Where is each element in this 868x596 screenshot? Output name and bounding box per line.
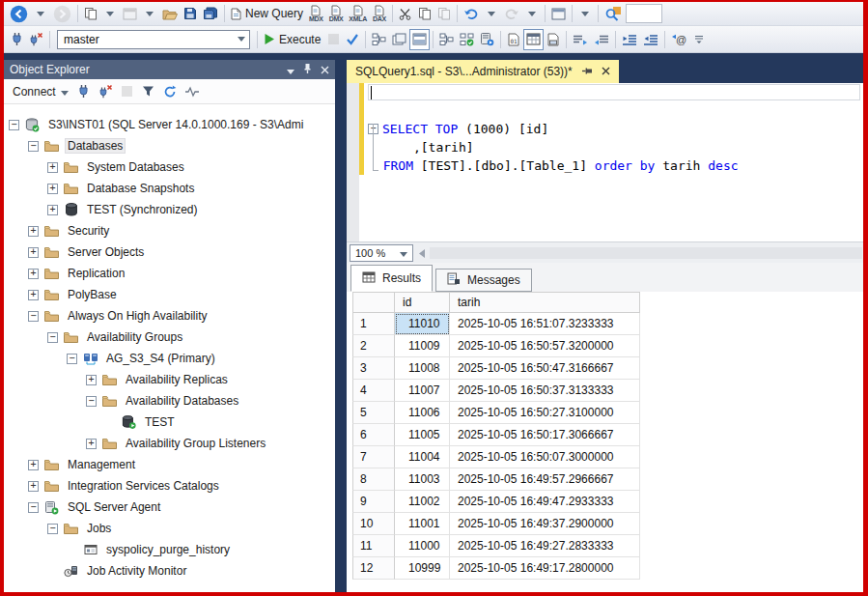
document-tab[interactable]: SQLQuery1.sql - S3\...Administrator (53)… <box>347 60 619 83</box>
tree-item[interactable]: +Management <box>4 454 335 475</box>
object-explorer-titlebar[interactable]: Object Explorer <box>4 60 335 79</box>
id-cell[interactable]: 10999 <box>395 557 450 580</box>
intellisense-button[interactable] <box>409 29 430 50</box>
grid-column-header-tarih[interactable]: tarih <box>450 292 640 313</box>
paste-button[interactable] <box>434 3 454 24</box>
tree-item[interactable]: +PolyBase <box>4 284 335 305</box>
collapse-icon[interactable]: − <box>28 141 39 152</box>
row-number-cell[interactable]: 11 <box>352 535 395 557</box>
tree-item[interactable]: −SQL Server Agent <box>4 497 335 518</box>
tree-item[interactable]: −Availability Groups <box>4 326 335 348</box>
display-estimated-plan-button[interactable] <box>369 29 389 50</box>
row-number-cell[interactable]: 3 <box>352 357 395 380</box>
new-dmx-query-button[interactable]: DMX <box>326 3 347 24</box>
row-number-cell[interactable]: 7 <box>352 446 395 468</box>
tab-pin-icon[interactable] <box>581 65 593 78</box>
expand-icon[interactable]: + <box>86 375 97 385</box>
scroll-left-icon[interactable] <box>418 244 425 262</box>
tree-item[interactable]: −AG_S3_S4 (Primary) <box>4 348 335 369</box>
redo-dropdown[interactable] <box>522 3 542 24</box>
template-parameters-button[interactable]: @ <box>668 29 689 50</box>
id-cell[interactable]: 11010 <box>395 313 450 335</box>
new-query-button[interactable]: New Query <box>228 3 306 24</box>
expand-icon[interactable]: + <box>28 290 39 300</box>
expand-icon[interactable]: + <box>28 247 39 258</box>
id-cell[interactable]: 11004 <box>395 446 450 468</box>
save-button[interactable] <box>181 3 200 24</box>
row-number-cell[interactable]: 1 <box>352 313 395 335</box>
tree-item[interactable]: −Availability Databases <box>4 390 335 412</box>
tree-item[interactable]: +Replication <box>4 263 335 284</box>
nav-back-button[interactable] <box>7 3 31 24</box>
include-actual-plan-button[interactable] <box>436 29 457 50</box>
new-dax-query-button[interactable]: DAX <box>370 3 389 24</box>
id-cell[interactable]: 11007 <box>395 380 450 402</box>
row-number-cell[interactable]: 5 <box>352 402 395 424</box>
tree-item[interactable]: TEST <box>4 412 335 433</box>
undo-button[interactable] <box>461 3 482 24</box>
connect-button[interactable] <box>7 29 26 50</box>
execute-button[interactable]: Execute <box>261 29 323 50</box>
sql-editor[interactable]: −SELECT TOP (1000) [id] ,[tarih] FROM [T… <box>347 83 863 241</box>
tarih-cell[interactable]: 2025-10-05 16:49:47.2933333 <box>450 491 640 513</box>
collapse-icon[interactable]: − <box>47 524 58 534</box>
row-number-cell[interactable]: 6 <box>352 424 395 446</box>
collapse-icon[interactable]: − <box>67 354 77 364</box>
tarih-cell[interactable]: 2025-10-05 16:49:17.2800000 <box>450 557 640 580</box>
redo-button[interactable] <box>501 3 522 24</box>
results-tab-messages[interactable]: Messages <box>435 269 532 292</box>
row-number-cell[interactable]: 9 <box>352 491 395 513</box>
tree-item[interactable]: −Databases <box>4 135 335 156</box>
row-number-cell[interactable]: 8 <box>352 468 395 491</box>
panel-splitter[interactable] <box>335 60 347 592</box>
toolbar-overflow-dropdown[interactable] <box>689 29 709 50</box>
new-xmla-query-button[interactable]: XMLA <box>346 3 370 24</box>
tree-item[interactable]: +Server Objects <box>4 241 335 263</box>
new-file-dropdown[interactable] <box>100 3 120 24</box>
tree-item[interactable]: Job Activity Monitor <box>4 560 335 582</box>
collapse-icon[interactable]: − <box>28 311 39 322</box>
tarih-cell[interactable]: 2025-10-05 16:49:27.2833333 <box>450 535 640 557</box>
results-to-text-button[interactable]: 01 <box>504 29 523 50</box>
uncomment-button[interactable] <box>591 29 612 50</box>
decrease-indent-button[interactable] <box>619 29 640 50</box>
expand-icon[interactable]: + <box>47 162 58 173</box>
new-file-button[interactable] <box>81 3 100 24</box>
results-to-grid-button[interactable] <box>523 29 544 50</box>
id-cell[interactable]: 11000 <box>395 535 450 557</box>
copy-button[interactable] <box>415 3 434 24</box>
tarih-cell[interactable]: 2025-10-05 16:50:57.3200000 <box>450 335 640 357</box>
grid-column-header-id[interactable]: id <box>395 292 450 313</box>
tree-item[interactable]: +Availability Replicas <box>4 369 335 390</box>
client-statistics-button[interactable] <box>477 29 497 50</box>
expand-icon[interactable]: + <box>28 460 39 470</box>
id-cell[interactable]: 11009 <box>395 335 450 357</box>
expand-icon[interactable]: + <box>28 269 39 279</box>
save-all-button[interactable] <box>200 3 221 24</box>
tarih-cell[interactable]: 2025-10-05 16:50:07.3000000 <box>450 446 640 468</box>
tarih-cell[interactable]: 2025-10-05 16:50:17.3066667 <box>450 424 640 446</box>
tree-item[interactable]: +Security <box>4 220 335 241</box>
expand-icon[interactable]: + <box>86 439 97 449</box>
collapse-icon[interactable]: − <box>47 332 58 343</box>
zoom-dropdown[interactable]: 100 % <box>350 244 413 262</box>
tree-item[interactable]: −Always On High Availability <box>4 305 335 326</box>
id-cell[interactable]: 11005 <box>395 424 450 446</box>
tree-item[interactable]: +Database Snapshots <box>4 178 335 199</box>
new-mdx-query-button[interactable]: MDX <box>306 3 326 24</box>
close-icon[interactable] <box>321 61 329 78</box>
filter-button[interactable] <box>139 81 158 102</box>
connect-dropdown[interactable]: Connect <box>9 81 72 102</box>
tarih-cell[interactable]: 2025-10-05 16:51:07.3233333 <box>450 313 640 335</box>
cut-button[interactable] <box>396 3 415 24</box>
connect-object-button[interactable] <box>74 81 94 102</box>
stop-button[interactable] <box>118 81 137 102</box>
live-query-statistics-button[interactable] <box>457 29 477 50</box>
open-file-button[interactable] <box>159 3 181 24</box>
add-item-dropdown[interactable] <box>140 3 159 24</box>
quick-launch-icon[interactable] <box>602 3 624 24</box>
tree-item[interactable]: +TEST (Synchronized) <box>4 199 335 220</box>
pin-icon[interactable] <box>303 61 312 78</box>
nav-forward-button[interactable] <box>50 3 74 24</box>
tarih-cell[interactable]: 2025-10-05 16:50:27.3100000 <box>450 402 640 424</box>
